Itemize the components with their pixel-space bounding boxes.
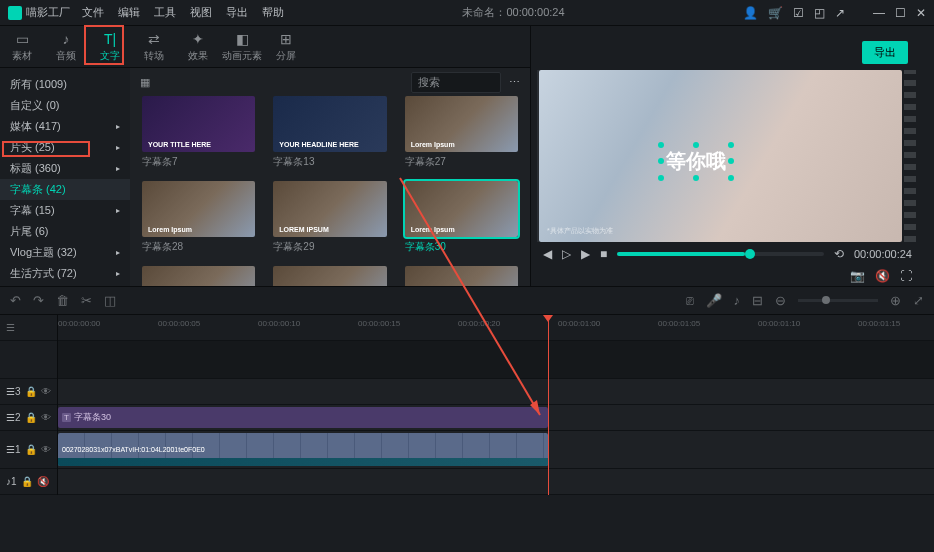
eye-icon[interactable]: 👁 [41, 386, 51, 397]
menu-view[interactable]: 视图 [190, 5, 212, 20]
sidebar-item-4[interactable]: 标题 (360) [0, 158, 130, 179]
lock-icon[interactable]: 🔒 [25, 444, 37, 455]
close-icon[interactable]: ✕ [916, 6, 926, 20]
menu-tools[interactable]: 工具 [154, 5, 176, 20]
thumb-item-7[interactable]: Lorem Ipsum字幕条34 [273, 266, 386, 286]
sidebar-item-1[interactable]: 自定义 (0) [0, 95, 130, 116]
track-a1[interactable] [58, 469, 934, 495]
loop-icon[interactable]: ⟲ [834, 247, 844, 261]
thumb-label: 字幕条29 [273, 240, 386, 254]
mixer-icon[interactable]: ⎚ [686, 293, 694, 308]
lock-icon[interactable]: 🔒 [25, 412, 37, 423]
track-empty1[interactable] [58, 341, 934, 379]
timeline-toolbar: ↶ ↷ 🗑 ✂ ◫ ⎚ 🎤 ♪ ⊟ ⊖ ⊕ ⤢ [0, 287, 934, 315]
sidebar-item-9[interactable]: 生活方式 (72) [0, 263, 130, 284]
snapshot-icon[interactable]: 📷 [850, 269, 865, 283]
thumb-item-6[interactable]: Lorem Ipsum字幕条33 [142, 266, 255, 286]
mode-tab-anim[interactable]: ◧动画元素 [220, 26, 264, 67]
fit-icon[interactable]: ⤢ [913, 293, 924, 308]
preview-panel: 导出 等你哦 *具体产品以实物为准 ◀ ▷ ▶ ■ ⟲ 00:00:00:24 … [530, 26, 934, 286]
play-icon[interactable]: ▷ [562, 247, 571, 261]
maximize-icon[interactable]: ☐ [895, 6, 906, 20]
notif-icon[interactable]: ☑ [793, 6, 804, 20]
delete-icon[interactable]: 🗑 [56, 293, 69, 308]
thumb-item-1[interactable]: YOUR HEADLINE HERE字幕条13 [273, 96, 386, 169]
grid-view-icon[interactable]: ▦ [140, 76, 150, 89]
zoom-in-icon[interactable]: ⊕ [890, 293, 901, 308]
mode-tab-audio[interactable]: ♪音频 [44, 26, 88, 67]
eye-icon[interactable]: 👁 [41, 444, 51, 455]
user-icon[interactable]: 👤 [743, 6, 758, 20]
lock-icon[interactable]: 🔒 [25, 386, 37, 397]
progress-bar[interactable] [617, 252, 824, 256]
track-t2[interactable]: 字幕条30 [58, 405, 934, 431]
redo-icon[interactable]: ↷ [33, 293, 44, 308]
video-clip[interactable]: 0027028031x07xBATvIH:01:04L2001te0F0E0 [58, 433, 548, 466]
mode-tab-effect[interactable]: ✦效果 [176, 26, 220, 67]
cut-icon[interactable]: ✂ [81, 293, 92, 308]
mode-tab-split[interactable]: ⊞分屏 [264, 26, 308, 67]
menu-edit[interactable]: 编辑 [118, 5, 140, 20]
fullscreen-icon[interactable]: ⛶ [900, 269, 912, 283]
timeline: ↶ ↷ 🗑 ✂ ◫ ⎚ 🎤 ♪ ⊟ ⊖ ⊕ ⤢ ☰ ☰3🔒👁 ☰2🔒👁 ☰1🔒👁… [0, 286, 934, 495]
play-fwd-icon[interactable]: ▶ [581, 247, 590, 261]
stop-icon[interactable]: ■ [600, 247, 607, 261]
text-clip[interactable]: 字幕条30 [58, 407, 548, 428]
mute-icon[interactable]: 🔇 [37, 476, 49, 487]
track-header-t2[interactable]: ☰2🔒👁 [0, 405, 57, 431]
minimize-icon[interactable]: — [873, 6, 885, 20]
sidebar-item-2[interactable]: 媒体 (417) [0, 116, 130, 137]
track-header-t1[interactable]: ☰1🔒👁 [0, 431, 57, 469]
box-icon[interactable]: ◰ [814, 6, 825, 20]
export-button[interactable]: 导出 [862, 41, 908, 64]
sidebar-item-8[interactable]: Vlog主题 (32) [0, 242, 130, 263]
cart-icon[interactable]: 🛒 [768, 6, 783, 20]
mute-icon[interactable]: 🔇 [875, 269, 890, 283]
sidebar-item-0[interactable]: 所有 (1009) [0, 74, 130, 95]
sidebar-item-10[interactable]: 四季 (93) [0, 284, 130, 286]
thumb-item-4[interactable]: LOREM IPSUM字幕条29 [273, 181, 386, 254]
zoom-out-icon[interactable]: ⊖ [775, 293, 786, 308]
main-menu: 文件 编辑 工具 视图 导出 帮助 [82, 5, 284, 20]
undo-icon[interactable]: ↶ [10, 293, 21, 308]
prev-frame-icon[interactable]: ◀ [543, 247, 552, 261]
eye-icon[interactable]: 👁 [41, 412, 51, 423]
mic-icon[interactable]: 🎤 [706, 293, 722, 308]
thumb-item-5[interactable]: Lorem Ipsum字幕条30 [405, 181, 518, 254]
more-icon[interactable]: ⋯ [509, 76, 520, 89]
app-name: 喵影工厂 [26, 5, 70, 20]
thumb-item-8[interactable]: Lorem Ipsum字幕条35 [405, 266, 518, 286]
thumb-item-2[interactable]: Lorem Ipsum字幕条27 [405, 96, 518, 169]
split-icon: ⊞ [280, 31, 292, 47]
lock-icon[interactable]: 🔒 [21, 476, 33, 487]
preview-text-overlay[interactable]: 等你哦 [662, 146, 730, 177]
sparkle-icon: ✦ [192, 31, 204, 47]
mode-tab-text[interactable]: T|文字 [88, 26, 132, 67]
sidebar-item-5[interactable]: 字幕条 (42) [0, 179, 130, 200]
track-t1[interactable]: 0027028031x07xBATvIH:01:04L2001te0F0E0 [58, 431, 934, 469]
timeline-ruler[interactable]: 00:00:00:0000:00:00:0500:00:00:1000:00:0… [58, 315, 934, 341]
menu-help[interactable]: 帮助 [262, 5, 284, 20]
thumb-item-3[interactable]: Lorem Ipsum字幕条28 [142, 181, 255, 254]
menu-export[interactable]: 导出 [226, 5, 248, 20]
marker-icon[interactable]: ♪ [734, 293, 741, 308]
preview-video[interactable]: 等你哦 *具体产品以实物为准 [539, 70, 902, 242]
mode-tab-media[interactable]: ▭素材 [0, 26, 44, 67]
mode-tab-transition[interactable]: ⇄转场 [132, 26, 176, 67]
track-header-t3[interactable]: ☰3🔒👁 [0, 379, 57, 405]
menu-file[interactable]: 文件 [82, 5, 104, 20]
ruler-tick: 00:00:01:10 [758, 319, 800, 328]
thumb-item-0[interactable]: YOUR TITLE HERE字幕条7 [142, 96, 255, 169]
layers-icon[interactable]: ☰ [6, 322, 15, 333]
crop-icon[interactable]: ◫ [104, 293, 116, 308]
track-header-a1[interactable]: ♪1🔒🔇 [0, 469, 57, 495]
track-t3[interactable] [58, 379, 934, 405]
done-icon[interactable]: ↗ [835, 6, 845, 20]
sidebar-item-3[interactable]: 片头 (25) [0, 137, 130, 158]
search-input[interactable]: 搜索 [411, 72, 501, 93]
zoom-slider[interactable] [798, 299, 878, 302]
speed-icon[interactable]: ⊟ [752, 293, 763, 308]
timeline-tracks[interactable]: 00:00:00:0000:00:00:0500:00:00:1000:00:0… [58, 315, 934, 495]
sidebar-item-6[interactable]: 字幕 (15) [0, 200, 130, 221]
sidebar-item-7[interactable]: 片尾 (6) [0, 221, 130, 242]
